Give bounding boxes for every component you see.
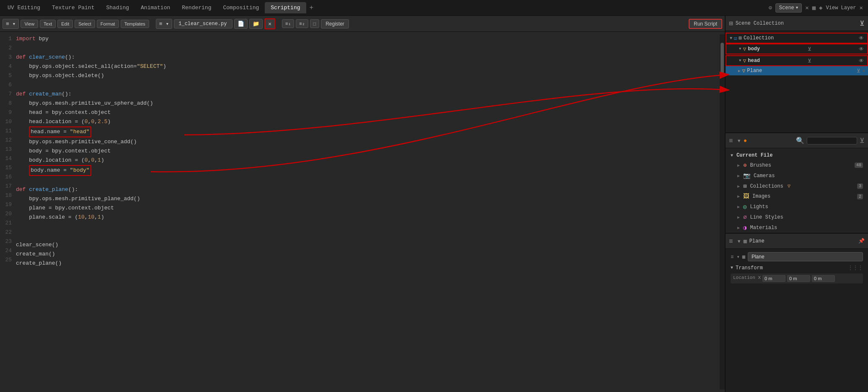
materials-label: Materials [750, 225, 777, 231]
asset-item-cameras[interactable]: ▶ 📷 Cameras [731, 170, 863, 181]
cameras-label: Cameras [754, 173, 775, 179]
asset-item-lights[interactable]: ▶ ◎ Lights [731, 201, 863, 212]
collection-checkbox[interactable]: ☑ [734, 35, 737, 41]
workspace-tabs-bar: UV Editing Texture Paint Shading Animati… [0, 0, 868, 16]
asset-filter-icon[interactable]: ⊻ [860, 137, 865, 145]
open-text-icon[interactable]: 📁 [249, 19, 263, 29]
code-scrollbar-thumb[interactable] [721, 43, 724, 76]
text-menu[interactable]: Text [40, 20, 56, 28]
collections-label: Collections [750, 183, 783, 189]
brushes-icon: ⊕ [743, 162, 747, 169]
images-label: Images [752, 193, 770, 199]
plane-expand-icon: ▶ [738, 69, 740, 73]
asset-item-linestyles[interactable]: ▶ ⌀ Line Styles [731, 212, 863, 222]
cameras-icon: 📷 [743, 172, 750, 179]
asset-search-input[interactable] [807, 137, 857, 144]
templates-menu[interactable]: Templates [121, 20, 149, 28]
asset-browser: ≡ ▾ ● 🔍 ⊻ ▼ Current File ▶ ⊕ Brushes 48 [726, 133, 868, 234]
outliner-filter-icon[interactable]: ⊻ [860, 19, 865, 28]
code-content[interactable]: import bpy def clear_scene(): bpy.ops.ob… [16, 34, 720, 389]
outliner-head-label: head [748, 58, 760, 64]
properties-panel: ≡ ▾ ▦ Plane 📌 ≡ ▾ ▦ ▼ Transform ⋮⋮⋮ [726, 234, 868, 392]
location-x-input[interactable] [762, 275, 785, 282]
scene-selector-label: Scene [779, 5, 794, 11]
format-menu[interactable]: Format [97, 20, 119, 28]
head-filter-icon[interactable]: ⊻ [808, 58, 811, 64]
lights-expand-icon: ▶ [737, 204, 740, 209]
outliner-title: Scene Collection [736, 21, 784, 26]
transform-expand-icon: ▼ [731, 266, 733, 270]
outliner-item-collection[interactable]: ▼ ☑ ⊞ Collection 👁 [726, 33, 868, 44]
text-datablock-icon[interactable]: ≡ ▾ [156, 19, 172, 29]
asset-item-brushes[interactable]: ▶ ⊕ Brushes 48 [731, 160, 863, 170]
panel-right-edge: ◀ [862, 68, 865, 73]
props-type-menu[interactable]: ≡ ▾ [729, 237, 741, 245]
outliner-item-body[interactable]: ▼ ▽ body ⊻ 👁 [726, 44, 868, 54]
outliner-item-plane[interactable]: ▶ ▽ Plane ⊻ ◀ [726, 66, 868, 75]
properties-body: ≡ ▾ ▦ ▼ Transform ⋮⋮⋮ Location X [726, 249, 868, 392]
linestyles-label: Line Styles [750, 214, 783, 220]
workspace-right-controls: ⊙ Scene ▼ ✕ ▦ ◈ View Layer ✕ [768, 3, 866, 13]
collection-visibility-icon[interactable]: 👁 [859, 35, 864, 41]
tab-animation[interactable]: Animation [135, 2, 176, 13]
register-button[interactable]: Register [321, 19, 349, 28]
location-y-input[interactable] [787, 275, 810, 282]
select-menu[interactable]: Select [75, 20, 95, 28]
right-panel: ⊞ Scene Collection ⊻ ▼ ☑ ⊞ Collection 👁 … [726, 16, 868, 392]
new-text-icon[interactable]: 📄 [234, 19, 248, 29]
current-file-label: Current File [736, 152, 772, 158]
brushes-expand-icon: ▶ [737, 163, 740, 168]
object-name-row: ≡ ▾ ▦ [731, 252, 863, 261]
scene-selector-chevron: ▼ [796, 6, 798, 10]
head-visibility-icon[interactable]: 👁 [859, 58, 864, 64]
tab-rendering[interactable]: Rendering [176, 2, 217, 13]
editor-type-menu[interactable]: ≡ ▾ [3, 19, 19, 29]
collections-expand-icon: ▶ [737, 184, 740, 189]
body-visibility-icon[interactable]: 👁 [859, 46, 864, 52]
view-layer-close-icon[interactable]: ✕ [860, 4, 863, 11]
line-numbers-icon2[interactable]: ≡₂ [296, 19, 308, 28]
tab-texture-paint[interactable]: Texture Paint [46, 2, 100, 13]
tab-scripting[interactable]: Scripting [265, 2, 306, 13]
tab-uv-editing[interactable]: UV Editing [2, 2, 46, 13]
filename-field[interactable]: 1_clear_scene.py [174, 19, 232, 28]
asset-item-materials[interactable]: ▶ ◑ Materials [731, 222, 863, 233]
collection-type-icon: ⊞ [739, 35, 742, 41]
asset-content: ▼ Current File ▶ ⊕ Brushes 48 ▶ 📷 Camera… [726, 148, 868, 233]
code-scrollbar[interactable] [720, 34, 725, 389]
tab-shading[interactable]: Shading [100, 2, 135, 13]
tab-compositing[interactable]: Compositing [217, 2, 265, 13]
asset-item-collections[interactable]: ▶ ⊞ Collections ▽ 3 [731, 181, 863, 191]
transform-dots-icon: ⋮⋮⋮ [848, 265, 863, 271]
linestyles-expand-icon: ▶ [737, 215, 740, 220]
word-wrap-icon[interactable]: ⬚ [310, 19, 320, 28]
scene-selector[interactable]: Scene ▼ [775, 3, 802, 13]
editor-toolbar: ≡ ▾ View Text Edit Select Format Templat… [0, 16, 725, 32]
outliner-body-label: body [748, 46, 760, 52]
collections-icon: ⊞ [743, 183, 747, 190]
line-numbers-icon1[interactable]: ≡₁ [282, 19, 294, 28]
close-text-icon[interactable]: ✕ [264, 18, 275, 29]
asset-item-current-file: ▼ Current File [731, 151, 863, 160]
props-pin-icon[interactable]: 📌 [858, 238, 865, 244]
brushes-label: Brushes [750, 162, 771, 168]
view-menu[interactable]: View [21, 20, 38, 28]
asset-type-menu[interactable]: ≡ ▾ [729, 137, 741, 145]
code-area[interactable]: 12345 678910 1112131415 1617181920 21222… [0, 32, 725, 392]
scene-close-icon[interactable]: ✕ [805, 4, 809, 11]
object-name-field[interactable] [748, 252, 863, 261]
asset-item-images[interactable]: ▶ 🖼 Images 2 [731, 191, 863, 201]
body-filter-icon[interactable]: ⊻ [808, 46, 811, 52]
location-z-input[interactable] [812, 275, 835, 282]
images-icon: 🖼 [743, 193, 749, 200]
lights-icon: ◎ [743, 203, 747, 210]
add-workspace-tab-button[interactable]: + [306, 3, 317, 13]
edit-menu[interactable]: Edit [57, 20, 73, 28]
linestyles-icon: ⌀ [743, 214, 747, 221]
run-script-button[interactable]: Run Script [689, 19, 722, 29]
plane-filter-icon[interactable]: ⊻ [857, 68, 860, 74]
outliner-item-head[interactable]: ▼ ▽ head ⊻ 👁 [726, 55, 868, 66]
images-badge: 2 [857, 194, 863, 199]
outliner-header: ⊞ Scene Collection ⊻ [726, 16, 868, 31]
collections-icon2: ▽ [788, 183, 790, 189]
